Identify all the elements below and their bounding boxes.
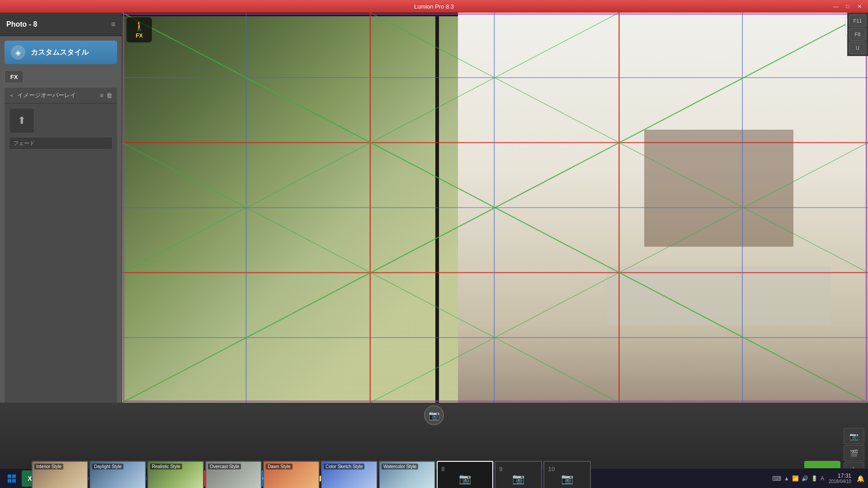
thumb-realistic[interactable]: Realistic Style (147, 461, 204, 488)
svg-rect-23 (12, 479, 16, 483)
fx-button[interactable]: FX (5, 70, 24, 83)
windows-start-button[interactable] (4, 470, 20, 487)
thumb-colorsketch-label: Color Sketch Style (324, 464, 364, 469)
camera-icon: 📷 (429, 410, 440, 421)
upload-icon: ⬆ (18, 115, 26, 127)
thumb-8[interactable]: 8 📷 (437, 461, 493, 488)
thumb-interior-label: Interior Style (34, 464, 63, 469)
caret-icon[interactable]: ▲ (784, 475, 789, 482)
thumb-9[interactable]: 9 📷 (495, 461, 542, 488)
photo-title: Photo - 8 (6, 20, 37, 28)
keyboard-icon[interactable]: ⌨ (772, 475, 781, 482)
camera-tool-button[interactable]: 📷 (844, 428, 864, 444)
notification-icon[interactable]: 🔔 (857, 475, 864, 482)
svg-rect-20 (8, 474, 11, 478)
u-button[interactable]: U (849, 42, 866, 54)
fade-input: フェード (9, 137, 113, 150)
thumb-overcast-label: Overcast Style (208, 464, 241, 469)
sidebar: Photo - 8 ≡ ◈ カスタムスタイル FX ＜ イメージオーバーレイ ≡ (0, 13, 122, 403)
fx-person-icon: 🚶 (134, 21, 145, 32)
camera-row: 📷 (0, 403, 868, 427)
svg-rect-22 (8, 479, 11, 483)
minimize-button[interactable]: — (831, 2, 841, 10)
upload-area[interactable]: ⬆ (9, 108, 34, 133)
film-tool-button[interactable]: 🎬 (844, 445, 864, 461)
overlay-header: ＜ イメージオーバーレイ ≡ 🗑 (5, 88, 117, 103)
sidebar-menu-icon[interactable]: ≡ (111, 20, 115, 28)
thumb-dawn[interactable]: Dawn Style (263, 461, 320, 488)
top-area: Photo - 8 ≡ ◈ カスタムスタイル FX ＜ イメージオーバーレイ ≡ (0, 13, 868, 403)
scene-background (122, 13, 868, 403)
thumb-realistic-label: Realistic Style (150, 464, 182, 469)
viewport: 🚶 FX (122, 13, 868, 403)
viewport-image: 🚶 FX (122, 13, 868, 403)
taskbar-right: ⌨ ▲ 📶 🔊 🔋 A 17:31 2018/04/10 🔔 (772, 473, 864, 484)
viewport-fx-button[interactable]: 🚶 FX (127, 17, 152, 42)
close-button[interactable]: ✕ (854, 2, 864, 10)
thumb-daylight-label: Daylight Style (92, 464, 123, 469)
overlay-title: イメージオーバーレイ (17, 91, 76, 99)
thumb-10-cam: 📷 (561, 473, 573, 485)
volume-icon[interactable]: 🔊 (802, 475, 808, 482)
main-layout: Photo - 8 ≡ ◈ カスタムスタイル FX ＜ イメージオーバーレイ ≡ (0, 13, 868, 488)
photo-header: Photo - 8 ≡ (0, 13, 122, 36)
bottom-strip: 📷 1 2 Interior Style Daylight Style (0, 403, 868, 468)
clock-date: 2018/04/10 (829, 479, 851, 484)
thumb-10-num: 10 (548, 465, 555, 473)
thumb-watercolor-label: Watercolor Style (382, 464, 418, 469)
custom-style-icon: ◈ (11, 45, 25, 60)
thumb-watercolor[interactable]: Watercolor Style (379, 461, 435, 488)
thumb-8-num: 8 (441, 465, 445, 473)
overlay-delete-icon[interactable]: 🗑 (106, 92, 113, 99)
titlebar: Lumion Pro 8.3 — □ ✕ (0, 0, 868, 13)
overlay-content: ⬆ フェード (5, 103, 117, 154)
overlay-section: ＜ イメージオーバーレイ ≡ 🗑 ⬆ フェード (5, 88, 117, 403)
thumb-colorsketch[interactable]: Color Sketch Style (321, 461, 377, 488)
thumb-dawn-label: Dawn Style (266, 464, 292, 469)
fade-label: フェード (13, 140, 35, 147)
back-chevron[interactable]: ＜ (9, 92, 14, 99)
f11-button[interactable]: F11 (849, 14, 866, 27)
thumb-8-cam: 📷 (459, 473, 471, 485)
network-icon[interactable]: 📶 (792, 475, 799, 482)
custom-style-button[interactable]: ◈ カスタムスタイル (5, 41, 117, 64)
thumb-overcast[interactable]: Overcast Style (205, 461, 262, 488)
overlay-menu-icon[interactable]: ≡ (100, 92, 104, 99)
thumb-interior[interactable]: Interior Style (32, 461, 88, 488)
thumb-9-num: 9 (499, 465, 503, 473)
thumb-10[interactable]: 10 📷 (543, 461, 591, 488)
clock-time: 17:31 (838, 473, 851, 479)
app-title: Lumion Pro 8.3 (414, 3, 454, 10)
custom-style-label: カスタムスタイル (31, 48, 89, 57)
f8-button[interactable]: F8 (849, 28, 866, 41)
language-indicator: A (821, 475, 824, 482)
windows-logo-icon (7, 474, 16, 483)
thumb-9-cam: 📷 (512, 473, 524, 485)
clock[interactable]: 17:31 2018/04/10 (829, 473, 851, 484)
svg-rect-21 (12, 474, 16, 478)
fx-label: FX (136, 33, 142, 39)
power-icon[interactable]: 🔋 (811, 475, 818, 482)
thumb-daylight[interactable]: Daylight Style (90, 461, 146, 488)
camera-center-button[interactable]: 📷 (424, 405, 444, 425)
fkey-panel: F11 F8 U (847, 13, 868, 56)
maximize-button[interactable]: □ (843, 2, 853, 10)
